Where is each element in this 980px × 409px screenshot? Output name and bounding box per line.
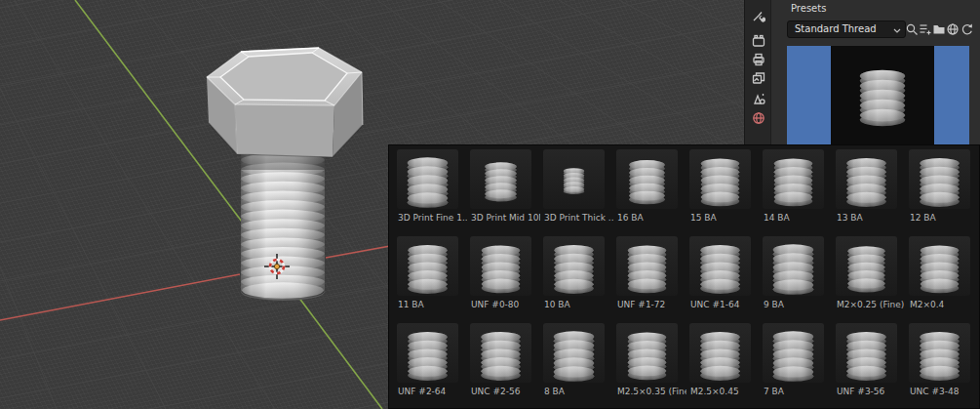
search-button[interactable] xyxy=(904,21,919,37)
preset-label: UNF #0-80 xyxy=(467,296,540,309)
thread-thumbnail-icon xyxy=(691,149,750,209)
preset-thumbnail xyxy=(689,323,751,383)
tab-view-layer[interactable] xyxy=(751,70,766,86)
preset-preview xyxy=(787,46,969,144)
preset-item[interactable]: UNC #1-64 xyxy=(686,236,760,323)
add-preset-button[interactable] xyxy=(918,21,932,37)
preset-label: 9 BA xyxy=(760,296,833,309)
preset-item[interactable]: M2×0.25 (Fine) xyxy=(833,236,906,323)
tab-world[interactable] xyxy=(751,110,766,126)
thread-thumbnail-icon xyxy=(910,149,969,209)
preset-thumbnail xyxy=(909,149,970,209)
output-icon xyxy=(752,53,765,66)
thread-thumbnail-icon xyxy=(618,236,677,296)
open-folder-button[interactable] xyxy=(931,21,946,37)
thread-thumbnail-icon xyxy=(398,323,457,383)
preset-label: UNC #3-48 xyxy=(906,383,979,396)
preset-item[interactable]: UNC #3-48 xyxy=(906,323,979,409)
preset-thumbnail xyxy=(543,323,605,383)
preset-item[interactable]: 15 BA xyxy=(686,149,760,236)
refresh-button[interactable] xyxy=(959,21,973,37)
preset-thumbnail xyxy=(397,149,458,209)
preset-thumbnail xyxy=(909,236,970,296)
preset-item[interactable]: 11 BA xyxy=(394,236,467,323)
preset-label: M2.5×0.35 (Fine) xyxy=(613,383,686,396)
preset-dropdown-value: Standard Thread xyxy=(795,23,877,34)
view-layer-icon xyxy=(752,71,765,85)
tab-render[interactable] xyxy=(751,33,766,49)
preset-item[interactable]: UNC #2-56 xyxy=(467,323,540,409)
blender-window: Presets Standard Thread xyxy=(0,0,980,409)
preset-item[interactable]: 13 BA xyxy=(833,149,906,236)
refresh-icon xyxy=(960,22,973,36)
preset-label: 11 BA xyxy=(394,296,467,309)
thread-thumbnail-icon xyxy=(911,236,969,296)
preset-item[interactable]: UNF #3-56 xyxy=(833,323,906,409)
folder-icon xyxy=(932,22,946,36)
preset-label: 7 BA xyxy=(760,383,833,396)
preset-item[interactable]: 16 BA xyxy=(613,149,686,236)
thread-thumbnail-icon xyxy=(763,236,824,296)
preset-browser-popup: 3D Print Fine 1... 3D Print Mid 10M 3D P… xyxy=(388,144,980,409)
preset-label: 13 BA xyxy=(833,209,906,223)
preset-item[interactable]: UNF #0-80 xyxy=(467,236,540,323)
preset-label: 15 BA xyxy=(686,209,760,223)
preset-thumbnail xyxy=(763,236,824,296)
preset-item[interactable]: UNF #1-72 xyxy=(613,236,686,323)
thread-thumbnail-icon xyxy=(477,153,525,205)
tab-output[interactable] xyxy=(751,52,766,67)
preset-thumbnail xyxy=(470,323,531,383)
preset-item[interactable]: 14 BA xyxy=(760,149,833,236)
preset-label: 16 BA xyxy=(613,209,686,223)
preset-dropdown[interactable]: Standard Thread xyxy=(787,20,906,38)
preset-item[interactable]: M2.5×0.35 (Fine) xyxy=(613,323,686,409)
world-icon xyxy=(752,111,765,125)
preset-item[interactable]: M2.5×0.45 xyxy=(686,323,760,409)
preset-label: 8 BA xyxy=(540,383,613,396)
preset-item[interactable]: 3D Print Fine 1... xyxy=(394,149,467,236)
preset-label: 10 BA xyxy=(540,296,613,309)
preset-label: UNF #2-64 xyxy=(394,383,467,396)
thread-thumbnail-icon xyxy=(618,323,677,383)
preset-thumbnail xyxy=(616,149,678,209)
preset-item[interactable]: 7 BA xyxy=(760,323,833,409)
preset-item[interactable]: 10 BA xyxy=(540,236,613,323)
preset-label: UNC #1-64 xyxy=(686,296,760,309)
preset-label: M2×0.4 xyxy=(906,296,979,309)
preset-label: M2.5×0.45 xyxy=(686,383,760,396)
preset-label: M2×0.25 (Fine) xyxy=(833,296,906,309)
preset-thumbnail xyxy=(470,236,531,296)
tab-scene[interactable] xyxy=(751,91,766,106)
thread-thumbnail-icon xyxy=(910,323,969,383)
preset-item[interactable]: 12 BA xyxy=(906,149,979,236)
preset-item[interactable]: 3D Print Mid 10M xyxy=(467,149,540,236)
preset-thumbnail xyxy=(543,236,605,296)
preset-label: 12 BA xyxy=(906,209,979,223)
thread-thumbnail-icon xyxy=(543,323,605,383)
bolt-head xyxy=(207,48,363,157)
preset-item[interactable]: M2×0.4 xyxy=(906,236,979,323)
preset-item[interactable]: 8 BA xyxy=(540,323,613,409)
online-assets-button[interactable] xyxy=(945,21,960,37)
thread-thumbnail-icon xyxy=(839,236,895,296)
preset-thumbnail xyxy=(616,323,678,383)
preset-item[interactable]: 3D Print Thick ... xyxy=(540,149,613,236)
preset-thumbnail xyxy=(470,149,531,209)
3d-cursor xyxy=(263,253,291,280)
preset-thumbnail xyxy=(689,236,751,296)
thread-thumbnail-icon xyxy=(471,323,530,383)
presets-panel-title: Presets xyxy=(791,3,826,14)
thread-thumbnail-icon xyxy=(397,149,458,209)
preset-label: 3D Print Fine 1... xyxy=(394,209,467,223)
preset-thumbnail xyxy=(836,149,897,209)
preset-item[interactable]: UNF #2-64 xyxy=(394,323,467,409)
thread-thumbnail-icon xyxy=(837,323,896,383)
thread-thumbnail-icon xyxy=(690,323,750,383)
tab-tool[interactable] xyxy=(751,8,766,23)
thread-thumbnail-icon xyxy=(558,162,590,196)
preset-thumbnail xyxy=(397,236,458,296)
thread-thumbnail-icon xyxy=(472,236,530,296)
preset-item[interactable]: 9 BA xyxy=(760,236,833,323)
preset-thumbnail xyxy=(543,149,605,209)
preset-thumbnail xyxy=(763,323,824,383)
